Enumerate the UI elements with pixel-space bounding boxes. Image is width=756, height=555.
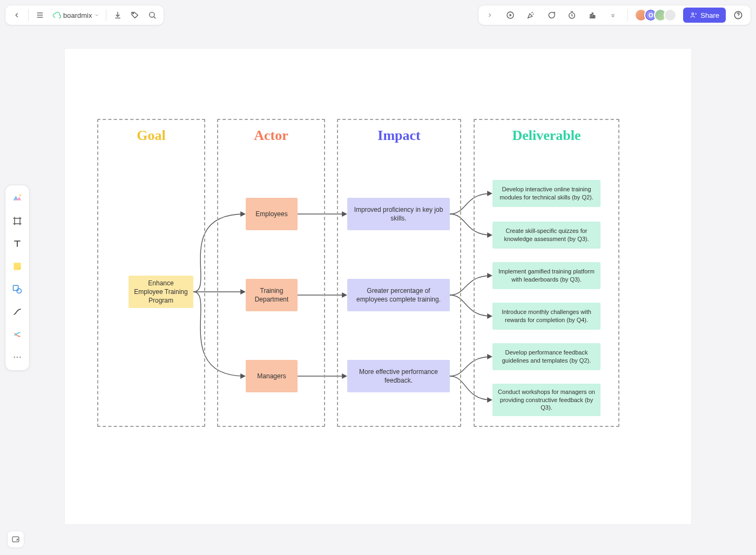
svg-point-20 (19, 356, 21, 357)
topbar-left: boardmix (5, 5, 164, 25)
topbar-right: O Share (478, 5, 751, 25)
share-button[interactable]: Share (683, 8, 726, 23)
share-label: Share (700, 11, 719, 19)
user-plus-icon (690, 11, 697, 19)
chart-button[interactable] (584, 7, 600, 23)
column-header-actor: Actor (218, 128, 324, 144)
svg-marker-7 (510, 14, 512, 16)
column-header-impact: Impact (338, 128, 460, 144)
svg-point-17 (17, 289, 21, 293)
timer-button[interactable] (564, 7, 580, 23)
svg-rect-11 (594, 16, 595, 17)
expand-button[interactable] (482, 7, 498, 23)
column-goal[interactable]: Goal (97, 119, 205, 427)
more-tool[interactable] (9, 349, 26, 366)
node-goal[interactable]: Enhance Employee Training Program (129, 276, 193, 308)
app-viewport: boardmix (0, 0, 756, 555)
svg-point-3 (133, 13, 134, 14)
separator (627, 9, 628, 21)
back-button[interactable] (9, 7, 25, 23)
column-header-goal: Goal (98, 128, 204, 144)
celebrate-button[interactable] (523, 7, 539, 23)
text-tool[interactable] (9, 235, 26, 252)
node-deliverable[interactable]: Develop performance feedback guidelines … (492, 343, 600, 370)
node-actor[interactable]: Training Department (246, 279, 298, 311)
templates-tool[interactable] (9, 190, 26, 207)
frame-tool[interactable] (9, 212, 26, 230)
svg-rect-10 (592, 13, 593, 17)
svg-point-14 (738, 17, 738, 17)
svg-point-19 (17, 356, 18, 357)
sticky-note-tool[interactable] (9, 258, 26, 275)
svg-point-15 (19, 194, 22, 196)
node-deliverable[interactable]: Implement gamified training platform wit… (492, 262, 600, 289)
node-deliverable[interactable]: Conduct workshops for managers on provid… (492, 384, 600, 416)
node-deliverable[interactable]: Develop interactive online training modu… (492, 180, 600, 207)
search-button[interactable] (144, 7, 160, 23)
download-button[interactable] (110, 7, 126, 23)
chevron-down-icon (94, 12, 99, 18)
collaborator-avatars[interactable]: O (634, 9, 677, 22)
mindmap-tool[interactable] (9, 326, 26, 343)
svg-line-5 (154, 17, 156, 18)
avatar[interactable] (664, 9, 677, 22)
node-impact[interactable]: Greater percentage of employees complete… (347, 279, 450, 311)
file-name-dropdown[interactable]: boardmix (49, 7, 103, 23)
connector-tool[interactable] (9, 303, 26, 320)
more-tools-button[interactable] (605, 7, 621, 23)
svg-point-12 (692, 13, 694, 15)
shape-tool[interactable] (9, 280, 26, 298)
node-impact[interactable]: More effective performance feedback. (347, 360, 450, 392)
tool-sidebar (5, 185, 29, 370)
menu-button[interactable] (32, 7, 48, 23)
svg-rect-9 (590, 15, 591, 17)
cloud-icon (52, 11, 61, 19)
canvas[interactable]: Goal Actor Impact Deliverable Enhance Em… (65, 49, 691, 524)
svg-point-4 (150, 12, 154, 17)
minimap-button[interactable] (8, 531, 24, 547)
node-actor[interactable]: Employees (246, 198, 298, 230)
node-deliverable[interactable]: Create skill-specific quizzes for knowle… (492, 222, 600, 249)
svg-point-18 (14, 356, 15, 357)
node-impact[interactable]: Improved proficiency in key job skills. (347, 198, 450, 230)
play-button[interactable] (502, 7, 518, 23)
node-deliverable[interactable]: Introduce monthly challenges with reward… (492, 303, 600, 330)
comment-button[interactable] (543, 7, 559, 23)
tag-button[interactable] (127, 7, 143, 23)
separator (28, 9, 29, 21)
separator (106, 9, 106, 21)
node-actor[interactable]: Managers (246, 360, 298, 392)
help-button[interactable] (730, 7, 746, 23)
column-header-deliverable: Deliverable (475, 128, 618, 144)
file-name: boardmix (63, 11, 92, 19)
